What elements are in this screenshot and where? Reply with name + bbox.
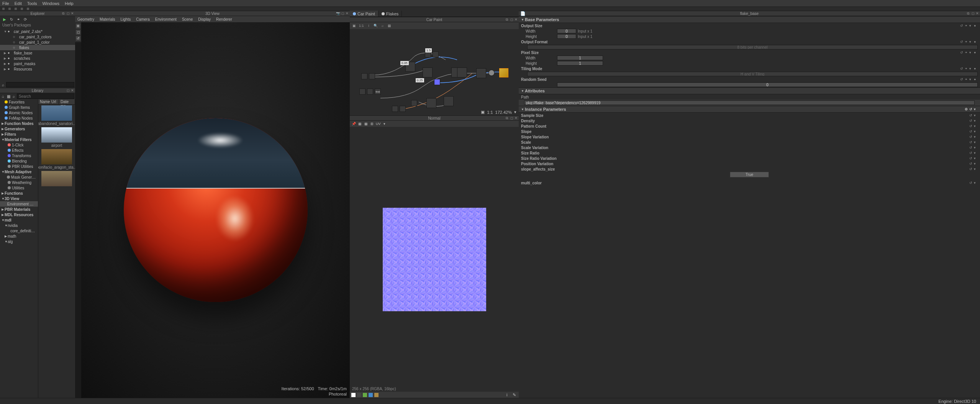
channel-icon[interactable]: ▦ — [357, 122, 362, 126]
play-icon[interactable]: ▶ — [2, 17, 7, 21]
lib-category[interactable]: Weathering — [0, 180, 38, 185]
lib-category[interactable]: Favorites — [0, 99, 38, 105]
menu-icon[interactable]: ▾ — [974, 135, 978, 139]
fit-icon[interactable]: ▣ — [351, 23, 357, 28]
prop-button[interactable]: True — [730, 172, 769, 177]
menu-icon[interactable]: ▾ — [969, 51, 973, 54]
col-name[interactable]: Name — [38, 99, 50, 104]
reset-icon[interactable]: ↺ — [969, 151, 973, 155]
menu-file[interactable]: File — [2, 1, 9, 6]
menu-edit[interactable]: Edit — [15, 1, 22, 6]
link-icon[interactable]: ⚭ — [965, 51, 969, 54]
panel-undock-icon[interactable]: ⧉ — [61, 11, 65, 15]
graph-node[interactable] — [367, 89, 373, 95]
prop-input[interactable] — [557, 56, 603, 60]
lib-category[interactable]: ▶math — [0, 233, 38, 239]
panel-close-icon[interactable]: ✕ — [514, 116, 518, 120]
search-icon[interactable]: ⌕ — [380, 23, 385, 28]
pan-icon[interactable]: ✥ — [76, 24, 80, 28]
lib-category[interactable]: ▶Filters — [0, 131, 38, 137]
panel-close-icon[interactable]: ✕ — [70, 89, 74, 92]
graph-node[interactable] — [476, 68, 486, 78]
graph-tab[interactable]: Car Paint — [350, 11, 379, 16]
color-swatch[interactable] — [357, 393, 361, 397]
menu-icon[interactable]: ▾ — [974, 130, 978, 133]
menu-tools[interactable]: Tools — [27, 1, 37, 6]
vp-menu-lights[interactable]: Lights — [120, 17, 131, 21]
checker-icon[interactable]: ▩ — [364, 122, 368, 126]
lib-thumbnail[interactable]: bonifacio_aragon_sta... — [38, 148, 75, 170]
menu-icon[interactable]: ▾ — [974, 151, 978, 155]
vp-menu-renderer[interactable]: Renderer — [216, 17, 232, 21]
graph-node-round[interactable] — [488, 70, 495, 76]
chevron-down-icon[interactable]: ▾ — [382, 122, 387, 126]
panel-float-icon[interactable]: ◻ — [66, 89, 70, 92]
color-swatch[interactable] — [374, 393, 379, 397]
reset-icon[interactable]: ↺ — [969, 113, 973, 117]
lib-category[interactable]: ▼Material Filters — [0, 137, 38, 142]
lib-category[interactable]: Environment Maps — [0, 201, 38, 207]
graph-node[interactable] — [457, 67, 467, 77]
graph-node[interactable]: fmt — [375, 89, 381, 95]
lib-category[interactable]: FxMap Nodes — [0, 115, 38, 121]
graph-node[interactable] — [392, 106, 398, 112]
vp-menu-materials[interactable]: Materials — [100, 17, 115, 21]
prop-path[interactable] — [524, 100, 975, 105]
zoom-ratio[interactable]: 1:1 — [487, 110, 493, 115]
lib-category[interactable]: Effects — [0, 148, 38, 153]
reload-icon[interactable]: ⟳ — [23, 17, 28, 21]
grid-icon[interactable]: ▦ — [6, 94, 11, 99]
graph-node-color[interactable] — [434, 79, 440, 85]
reset-icon[interactable]: ↺ — [969, 119, 973, 123]
lib-category[interactable]: ▶Functions — [0, 191, 38, 196]
link-icon[interactable]: ⚭ — [965, 67, 969, 71]
panel-float-icon[interactable]: ◻ — [66, 11, 70, 15]
reset-icon[interactable]: ↺ — [969, 130, 973, 133]
filter-icon[interactable]: ⌕ — [1, 82, 5, 87]
panel-close-icon[interactable]: ✕ — [345, 11, 349, 15]
lib-category[interactable]: Utilities — [0, 185, 38, 191]
tile-icon[interactable]: ⊞ — [370, 122, 374, 126]
color-swatch[interactable] — [369, 393, 373, 397]
menu-icon[interactable]: ▾ — [974, 167, 978, 171]
lib-category[interactable]: Transforms — [0, 153, 38, 158]
lib-category[interactable]: Mask Generators — [0, 174, 38, 180]
lib-thumbnail[interactable]: abandoned_sanatori... — [38, 105, 75, 126]
home-icon[interactable]: ⌂ — [1, 94, 5, 99]
panel-undock-icon[interactable]: ⧉ — [966, 11, 970, 15]
menu-windows[interactable]: Windows — [42, 1, 59, 6]
panel-undock-icon[interactable]: ⧉ — [505, 116, 509, 120]
col-date[interactable]: Date mo — [59, 99, 75, 104]
menu-icon[interactable]: ▾ — [974, 140, 978, 144]
graph-node[interactable] — [400, 106, 406, 112]
panel-float-icon[interactable]: ◻ — [971, 11, 975, 15]
refresh-icon[interactable]: ↻ — [9, 17, 14, 21]
link-icon[interactable]: ⚭ — [965, 77, 969, 81]
info-icon[interactable]: i — [506, 393, 511, 397]
camera-icon[interactable]: 📷 — [336, 11, 340, 15]
lib-category[interactable]: 1-Click — [0, 142, 38, 148]
vp-menu-camera[interactable]: Camera — [136, 17, 150, 21]
lock-icon[interactable]: ● — [974, 77, 978, 81]
vp-menu-scene[interactable]: Scene — [182, 17, 193, 21]
zoom-icon[interactable]: 🔍 — [373, 23, 379, 28]
graph-node[interactable] — [433, 51, 439, 57]
lib-category[interactable]: PBR Utilities — [0, 164, 38, 169]
link-icon[interactable]: ⚭ — [16, 17, 21, 21]
tree-item[interactable]: ○car_paint_1_color — [0, 39, 75, 45]
properties-panel[interactable]: ▼Base ParametersOutput Size↺⚭▾●WidthInpu… — [519, 16, 980, 398]
graph-node[interactable] — [359, 89, 365, 95]
menu-icon[interactable]: ▾ — [969, 67, 973, 71]
lock-icon[interactable]: ● — [974, 51, 978, 54]
vp-menu-environment[interactable]: Environment — [155, 17, 177, 21]
prop-dropdown[interactable] — [527, 45, 978, 49]
lib-category[interactable]: ▶Generators — [0, 126, 38, 131]
graph-tab[interactable]: Flakes — [379, 11, 402, 16]
panel-undock-icon[interactable]: ⧉ — [505, 18, 509, 21]
panel-float-icon[interactable]: ◻ — [510, 116, 513, 120]
grid-icon[interactable]: ▦ — [387, 23, 392, 28]
link-icon[interactable]: ⚭ — [965, 40, 969, 44]
graph-node[interactable] — [411, 100, 417, 106]
props-section-header[interactable]: ▼Base Parameters — [519, 16, 980, 23]
lib-category[interactable]: ▼mdl — [0, 217, 38, 223]
